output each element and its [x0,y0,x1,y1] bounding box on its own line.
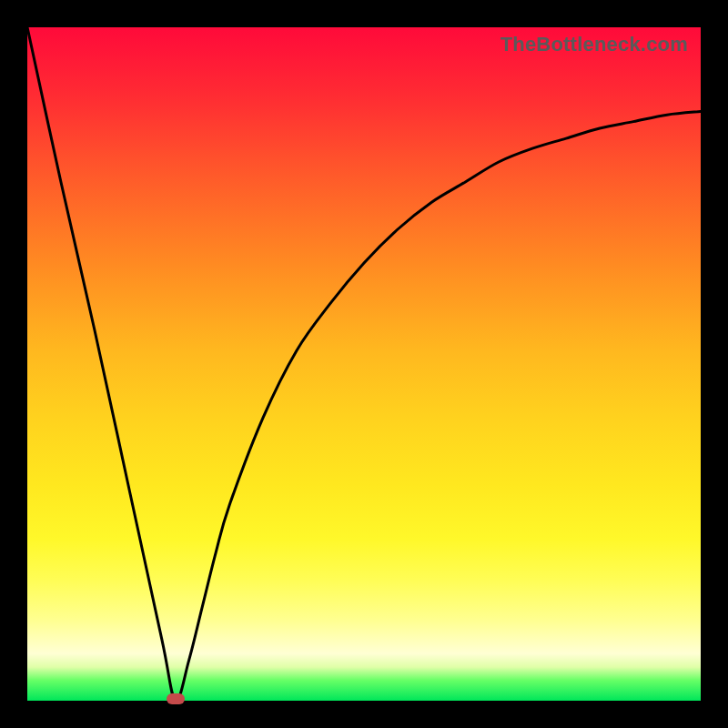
chart-area: TheBottleneck.com [27,27,701,701]
bottleneck-curve [27,27,701,701]
minimum-marker [167,693,185,704]
